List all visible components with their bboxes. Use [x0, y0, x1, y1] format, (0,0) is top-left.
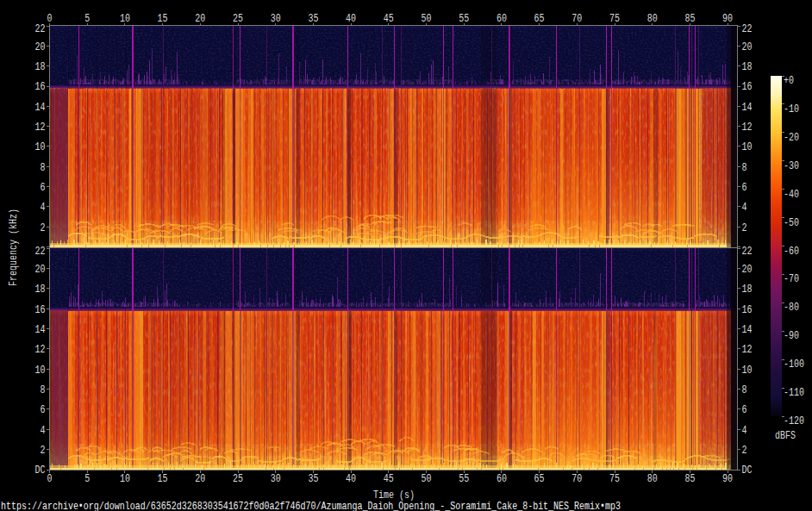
svg-text:6: 6	[742, 181, 747, 194]
svg-text:-60: -60	[784, 245, 799, 258]
svg-text:40: 40	[346, 472, 356, 485]
svg-text:25: 25	[233, 472, 243, 485]
svg-text:40: 40	[346, 12, 356, 25]
svg-text:20: 20	[742, 41, 753, 53]
svg-text:30: 30	[271, 472, 281, 485]
svg-text:14: 14	[35, 101, 46, 114]
svg-text:14: 14	[742, 323, 753, 336]
svg-text:8: 8	[41, 161, 46, 174]
svg-text:15: 15	[158, 12, 168, 25]
svg-text:10: 10	[742, 140, 753, 153]
svg-text:10: 10	[742, 364, 753, 377]
svg-text:22: 22	[742, 22, 753, 35]
svg-text:16: 16	[742, 303, 753, 316]
svg-text:dBFS: dBFS	[775, 429, 796, 442]
svg-text:0: 0	[47, 12, 53, 25]
svg-text:8: 8	[742, 161, 747, 174]
svg-text:18: 18	[742, 283, 753, 296]
svg-text:2: 2	[41, 221, 46, 234]
svg-text:25: 25	[233, 12, 243, 25]
svg-text:85: 85	[684, 12, 695, 25]
svg-text:55: 55	[459, 12, 469, 25]
svg-text:18: 18	[35, 60, 46, 73]
svg-text:80: 80	[647, 472, 658, 485]
svg-text:18: 18	[742, 60, 753, 73]
svg-text:5: 5	[84, 12, 90, 25]
svg-text:75: 75	[609, 12, 620, 25]
svg-text:14: 14	[742, 101, 753, 114]
svg-text:DC: DC	[742, 464, 753, 477]
svg-text:-80: -80	[784, 301, 799, 314]
svg-text:8: 8	[742, 383, 747, 396]
svg-text:20: 20	[195, 472, 205, 485]
svg-text:10: 10	[35, 140, 46, 153]
svg-text:30: 30	[271, 12, 281, 25]
svg-text:60: 60	[497, 472, 507, 485]
svg-text:65: 65	[534, 12, 545, 25]
svg-text:12: 12	[742, 343, 753, 356]
svg-text:16: 16	[35, 303, 46, 316]
svg-text:50: 50	[422, 472, 432, 485]
svg-text:-110: -110	[784, 386, 804, 399]
svg-text:2: 2	[742, 444, 747, 457]
svg-text:35: 35	[308, 472, 318, 485]
svg-text:6: 6	[41, 403, 46, 416]
svg-text:16: 16	[742, 80, 753, 93]
svg-text:20: 20	[742, 263, 753, 276]
svg-text:90: 90	[722, 12, 733, 25]
svg-text:https://archive•org/download/6: https://archive•org/download/63652d32683…	[1, 500, 621, 511]
svg-text:+0: +0	[784, 74, 794, 87]
svg-text:12: 12	[35, 121, 46, 134]
svg-text:-50: -50	[784, 216, 799, 229]
svg-text:20: 20	[35, 263, 46, 276]
svg-text:-20: -20	[784, 131, 799, 144]
svg-text:22: 22	[35, 22, 46, 35]
svg-text:50: 50	[422, 12, 432, 25]
svg-text:14: 14	[35, 323, 46, 336]
svg-text:90: 90	[722, 472, 733, 485]
svg-text:55: 55	[459, 472, 469, 485]
svg-text:6: 6	[41, 181, 46, 194]
svg-text:35: 35	[308, 12, 318, 25]
svg-text:-100: -100	[784, 358, 804, 371]
svg-text:4: 4	[41, 201, 46, 214]
svg-text:-10: -10	[784, 103, 799, 115]
svg-text:85: 85	[684, 472, 695, 485]
svg-text:20: 20	[195, 12, 205, 25]
svg-text:Frequency (kHz): Frequency (kHz)	[7, 209, 20, 286]
svg-text:-30: -30	[784, 159, 799, 172]
svg-text:2: 2	[742, 221, 747, 234]
svg-text:70: 70	[572, 12, 582, 25]
svg-text:8: 8	[41, 383, 46, 396]
svg-text:18: 18	[35, 283, 46, 296]
svg-text:20: 20	[35, 41, 46, 53]
svg-text:2: 2	[41, 444, 46, 457]
svg-text:16: 16	[35, 80, 46, 93]
svg-text:-70: -70	[784, 272, 799, 285]
svg-text:-40: -40	[784, 188, 799, 201]
svg-text:-90: -90	[784, 329, 799, 342]
svg-text:-120: -120	[784, 414, 804, 427]
svg-text:22: 22	[35, 245, 46, 258]
svg-text:60: 60	[497, 12, 507, 25]
svg-text:12: 12	[742, 121, 753, 134]
svg-text:45: 45	[384, 472, 394, 485]
svg-text:5: 5	[84, 472, 90, 485]
svg-text:4: 4	[742, 424, 747, 437]
svg-text:6: 6	[742, 403, 747, 416]
svg-text:4: 4	[41, 424, 46, 437]
svg-text:10: 10	[120, 12, 130, 25]
svg-text:10: 10	[35, 364, 46, 377]
svg-text:45: 45	[384, 12, 394, 25]
svg-text:DC: DC	[35, 464, 46, 477]
svg-text:0: 0	[47, 472, 53, 485]
svg-text:65: 65	[534, 472, 545, 485]
svg-text:75: 75	[609, 472, 620, 485]
svg-text:10: 10	[120, 472, 130, 485]
svg-text:70: 70	[572, 472, 582, 485]
svg-text:12: 12	[35, 343, 46, 356]
svg-text:22: 22	[742, 245, 753, 258]
svg-text:15: 15	[158, 472, 168, 485]
svg-text:80: 80	[647, 12, 658, 25]
svg-text:4: 4	[742, 201, 747, 214]
